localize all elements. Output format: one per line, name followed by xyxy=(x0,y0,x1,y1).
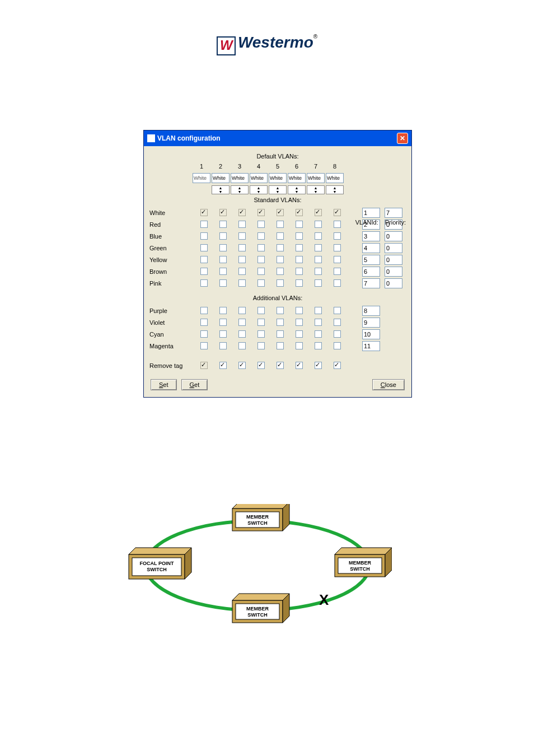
port-default-input-8[interactable] xyxy=(326,173,344,183)
close-button[interactable]: Close xyxy=(372,379,405,390)
remove-tag-checkbox-port7[interactable] xyxy=(315,362,322,369)
standard-vlan-checkbox-port5[interactable] xyxy=(277,244,284,251)
port-default-input-7[interactable] xyxy=(307,173,325,183)
spinner-port6[interactable]: ▲▼ xyxy=(288,185,306,194)
priority-input[interactable] xyxy=(385,231,402,241)
additional-vlan-checkbox-port2[interactable] xyxy=(219,307,227,314)
vlanid-input[interactable] xyxy=(362,318,380,328)
standard-vlan-checkbox-port8[interactable] xyxy=(334,268,341,275)
standard-vlan-checkbox-port4[interactable] xyxy=(257,256,265,263)
standard-vlan-checkbox-port4[interactable] xyxy=(257,279,265,287)
additional-vlan-checkbox-port6[interactable] xyxy=(296,319,303,326)
remove-tag-checkbox-port5[interactable] xyxy=(277,362,284,369)
standard-vlan-checkbox-port4[interactable] xyxy=(257,221,265,228)
standard-vlan-checkbox-port8[interactable] xyxy=(334,221,341,228)
standard-vlan-checkbox-port5[interactable] xyxy=(277,256,284,263)
additional-vlan-checkbox-port1[interactable] xyxy=(200,342,208,349)
standard-vlan-checkbox-port7[interactable] xyxy=(315,256,322,263)
standard-vlan-checkbox-port6[interactable] xyxy=(296,244,303,251)
additional-vlan-checkbox-port3[interactable] xyxy=(238,307,246,314)
vlanid-input[interactable] xyxy=(362,243,380,253)
spinner-port8[interactable]: ▲▼ xyxy=(326,185,344,194)
standard-vlan-checkbox-port4[interactable] xyxy=(257,244,265,251)
standard-vlan-checkbox-port1[interactable] xyxy=(200,279,208,287)
additional-vlan-checkbox-port4[interactable] xyxy=(257,342,265,349)
standard-vlan-checkbox-port3[interactable] xyxy=(238,232,246,240)
remove-tag-checkbox-port2[interactable] xyxy=(219,362,227,369)
standard-vlan-checkbox-port2[interactable] xyxy=(219,232,227,240)
standard-vlan-checkbox-port6[interactable] xyxy=(296,232,303,240)
standard-vlan-checkbox-port1[interactable] xyxy=(200,244,208,251)
additional-vlan-checkbox-port7[interactable] xyxy=(315,342,322,349)
standard-vlan-checkbox-port8[interactable] xyxy=(334,279,341,287)
standard-vlan-checkbox-port2[interactable] xyxy=(219,244,227,251)
standard-vlan-checkbox-port8[interactable] xyxy=(334,256,341,263)
standard-vlan-checkbox-port3[interactable] xyxy=(238,256,246,263)
additional-vlan-checkbox-port6[interactable] xyxy=(296,307,303,314)
additional-vlan-checkbox-port4[interactable] xyxy=(257,319,265,326)
standard-vlan-checkbox-port7[interactable] xyxy=(315,244,322,251)
additional-vlan-checkbox-port3[interactable] xyxy=(238,319,246,326)
standard-vlan-checkbox-port3[interactable] xyxy=(238,268,246,275)
port-default-input-5[interactable] xyxy=(269,173,287,183)
additional-vlan-checkbox-port5[interactable] xyxy=(277,319,284,326)
additional-vlan-checkbox-port5[interactable] xyxy=(277,307,284,314)
priority-input[interactable] xyxy=(385,208,402,218)
vlanid-input[interactable] xyxy=(362,329,380,339)
standard-vlan-checkbox-port1[interactable] xyxy=(200,256,208,263)
vlanid-input[interactable] xyxy=(362,255,380,265)
additional-vlan-checkbox-port7[interactable] xyxy=(315,307,322,314)
vlanid-input[interactable] xyxy=(362,341,380,351)
standard-vlan-checkbox-port2[interactable] xyxy=(219,268,227,275)
additional-vlan-checkbox-port8[interactable] xyxy=(334,319,341,326)
standard-vlan-checkbox-port2[interactable] xyxy=(219,256,227,263)
additional-vlan-checkbox-port3[interactable] xyxy=(238,330,246,338)
remove-tag-checkbox-port6[interactable] xyxy=(296,362,303,369)
spinner-port3[interactable]: ▲▼ xyxy=(231,185,249,194)
spinner-port5[interactable]: ▲▼ xyxy=(269,185,287,194)
standard-vlan-checkbox-port8[interactable] xyxy=(334,244,341,251)
standard-vlan-checkbox-port3[interactable] xyxy=(238,279,246,287)
additional-vlan-checkbox-port8[interactable] xyxy=(334,307,341,314)
standard-vlan-checkbox-port6[interactable] xyxy=(296,279,303,287)
standard-vlan-checkbox-port5[interactable] xyxy=(277,268,284,275)
standard-vlan-checkbox-port6[interactable] xyxy=(296,268,303,275)
standard-vlan-checkbox-port6[interactable] xyxy=(296,256,303,263)
additional-vlan-checkbox-port8[interactable] xyxy=(334,330,341,338)
additional-vlan-checkbox-port4[interactable] xyxy=(257,307,265,314)
standard-vlan-checkbox-port6[interactable] xyxy=(296,221,303,228)
standard-vlan-checkbox-port1[interactable] xyxy=(200,232,208,240)
vlanid-input[interactable] xyxy=(362,208,380,218)
additional-vlan-checkbox-port5[interactable] xyxy=(277,342,284,349)
additional-vlan-checkbox-port8[interactable] xyxy=(334,342,341,349)
standard-vlan-checkbox-port7[interactable] xyxy=(315,232,322,240)
port-default-input-3[interactable] xyxy=(231,173,249,183)
priority-input[interactable] xyxy=(385,255,402,265)
vlanid-input[interactable] xyxy=(362,278,380,288)
standard-vlan-checkbox-port4[interactable] xyxy=(257,268,265,275)
vlanid-input[interactable] xyxy=(362,267,380,277)
standard-vlan-checkbox-port2[interactable] xyxy=(219,279,227,287)
additional-vlan-checkbox-port5[interactable] xyxy=(277,330,284,338)
additional-vlan-checkbox-port7[interactable] xyxy=(315,330,322,338)
additional-vlan-checkbox-port3[interactable] xyxy=(238,342,246,349)
vlanid-input[interactable] xyxy=(362,306,380,316)
port-default-input-2[interactable] xyxy=(212,173,229,183)
priority-input[interactable] xyxy=(385,278,402,288)
standard-vlan-checkbox-port7[interactable] xyxy=(315,221,322,228)
additional-vlan-checkbox-port1[interactable] xyxy=(200,330,208,338)
additional-vlan-checkbox-port2[interactable] xyxy=(219,330,227,338)
standard-vlan-checkbox-port7[interactable] xyxy=(315,279,322,287)
get-button[interactable]: Get xyxy=(181,379,208,390)
additional-vlan-checkbox-port6[interactable] xyxy=(296,330,303,338)
spinner-port7[interactable]: ▲▼ xyxy=(307,185,325,194)
port-default-input-6[interactable] xyxy=(288,173,306,183)
standard-vlan-checkbox-port3[interactable] xyxy=(238,244,246,251)
standard-vlan-checkbox-port7[interactable] xyxy=(315,268,322,275)
spinner-port2[interactable]: ▲▼ xyxy=(212,185,229,194)
set-button[interactable]: Set xyxy=(151,379,177,390)
remove-tag-checkbox-port8[interactable] xyxy=(334,362,341,369)
vlanid-input[interactable] xyxy=(362,231,380,241)
priority-input[interactable] xyxy=(385,243,402,253)
priority-input[interactable] xyxy=(385,267,402,277)
